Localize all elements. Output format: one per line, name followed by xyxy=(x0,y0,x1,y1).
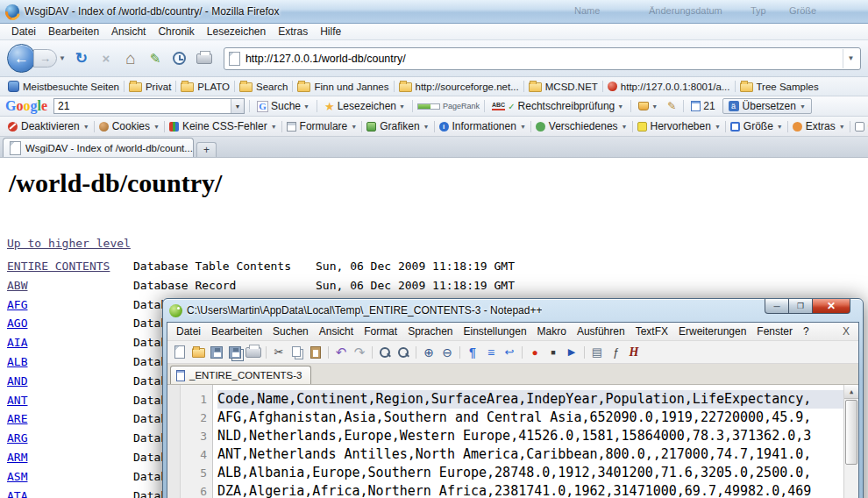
cut-icon[interactable]: ✂ xyxy=(271,345,287,360)
html-preview-icon[interactable]: H xyxy=(626,345,642,360)
editor-line[interactable]: Code,Name,Continent,Region,SurfaceArea,I… xyxy=(217,390,843,409)
npp-menu-bearbeiten[interactable]: Bearbeiten xyxy=(206,324,267,339)
webdev-informationen[interactable]: iInformationen▼ xyxy=(435,120,530,132)
npp-menu-makro[interactable]: Makro xyxy=(532,324,572,339)
google-bookmarks-button[interactable]: ★Lesezeichen▼ xyxy=(322,99,408,114)
back-button[interactable]: ← xyxy=(7,44,36,73)
word-wrap-icon[interactable]: ↩ xyxy=(502,345,517,360)
menu-extras[interactable]: Extras xyxy=(272,24,314,39)
redo-icon[interactable]: ↷ xyxy=(352,345,367,360)
menu-close-icon[interactable]: X xyxy=(837,325,855,338)
webdev-hervorheben[interactable]: Hervorheben▼ xyxy=(633,120,725,132)
bookmark-privat[interactable]: Privat xyxy=(125,77,175,96)
notebook-counter[interactable]: 21 xyxy=(688,99,717,113)
save-icon[interactable] xyxy=(209,345,224,360)
entry-link-ago[interactable]: AGO xyxy=(7,317,27,330)
bookmark-mcsd[interactable]: MCSD.NET xyxy=(524,77,602,96)
menu-hilfe[interactable]: Hilfe xyxy=(314,24,347,39)
url-dropdown-button[interactable]: ▼ xyxy=(843,49,858,68)
menu-datei[interactable]: Datei xyxy=(5,24,42,39)
editor-line[interactable]: NLD,Netherlands,Europe,Western Europe,41… xyxy=(217,427,843,445)
copy-icon[interactable] xyxy=(289,345,305,360)
spellcheck-button[interactable]: ABC✓Rechtschreibprüfung▼ xyxy=(489,99,626,113)
bookmark-plato[interactable]: PLATO xyxy=(176,77,234,96)
entry-link-afg[interactable]: AFG xyxy=(7,298,27,311)
pagerank-widget[interactable]: PageRank xyxy=(417,102,480,110)
entry-link-alb[interactable]: ALB xyxy=(7,355,27,368)
save-all-icon[interactable] xyxy=(227,345,243,360)
npp-menu-datei[interactable]: Datei xyxy=(171,324,206,339)
google-search-box[interactable]: ▼ xyxy=(53,98,245,114)
new-file-icon[interactable] xyxy=(172,345,188,360)
entry-link-ata[interactable]: ATA xyxy=(7,489,27,498)
undo-icon[interactable]: ↶ xyxy=(333,345,349,360)
url-input[interactable] xyxy=(245,53,843,65)
npp-menu-sprachen[interactable]: Sprachen xyxy=(402,324,458,339)
bookmark-localhost-8001[interactable]: http://127.0.0.1:8001/a... xyxy=(603,77,735,96)
indent-guide-icon[interactable]: ≡ xyxy=(483,345,499,360)
entry-link-asm[interactable]: ASM xyxy=(7,470,27,483)
entry-link-and[interactable]: AND xyxy=(7,374,27,388)
entry-link-abw[interactable]: ABW xyxy=(7,279,27,292)
zoom-out-icon[interactable]: ⊖ xyxy=(439,345,455,360)
menu-bearbeiten[interactable]: Bearbeiten xyxy=(42,24,105,39)
webdev-css[interactable]: Keine CSS-Fehler▼ xyxy=(165,120,281,132)
notepad-titlebar[interactable]: C:\Users\Martin\AppData\Local\Temp\_ENTI… xyxy=(167,299,859,322)
minimize-button[interactable]: ─ xyxy=(765,299,789,314)
webdev-deaktivieren[interactable]: Deaktivieren▼ xyxy=(4,120,94,132)
stop-macro-icon[interactable]: ■ xyxy=(545,345,561,360)
webdev-extras[interactable]: Extras▼ xyxy=(788,120,850,132)
bookmark-search[interactable]: Search xyxy=(235,77,292,96)
home-icon[interactable]: ⌂ xyxy=(120,48,141,69)
bookmark-most-visited[interactable]: Meistbesuchte Seiten xyxy=(4,77,124,96)
find-icon[interactable] xyxy=(377,345,393,360)
stop-icon[interactable]: × xyxy=(96,48,117,69)
history-clock-icon[interactable] xyxy=(169,48,190,69)
zoom-in-icon[interactable]: ⊕ xyxy=(421,345,437,360)
autofill-button[interactable]: ✎ xyxy=(665,99,679,113)
vertical-scrollbar[interactable]: ▲ xyxy=(843,385,858,498)
send-to-button[interactable]: ▼ xyxy=(636,101,660,111)
open-folder-icon[interactable] xyxy=(190,345,206,360)
webdev-formulare[interactable]: Formulare▼ xyxy=(282,120,362,132)
function-list-icon[interactable]: ƒ xyxy=(608,345,623,360)
tab-wsgidav[interactable]: WsgiDAV - Index of /world-db/count... xyxy=(3,138,194,157)
play-macro-icon[interactable]: ▶ xyxy=(564,345,580,360)
npp-menu-ansicht[interactable]: Ansicht xyxy=(314,324,359,339)
bookmark-tree-samples[interactable]: Tree Samples xyxy=(736,77,823,96)
doc-switch-icon[interactable]: ▤ xyxy=(589,345,605,360)
npp-menu-einstellungen[interactable]: Einstellungen xyxy=(459,324,532,339)
editor-line[interactable]: DZA,Algeria,Africa,Northern Africa,23817… xyxy=(217,482,843,498)
google-search-button[interactable]: GSuche▼ xyxy=(254,99,312,113)
paste-icon[interactable] xyxy=(308,345,324,360)
tab-entire-contents[interactable]: _ENTIRE_CONTENTS-3 xyxy=(170,366,311,384)
webdev-cookies[interactable]: Cookies▼ xyxy=(95,120,164,132)
firefox-titlebar[interactable]: WsgiDAV - Index of /world-db/country/ - … xyxy=(0,0,868,24)
npp-menu-textfx[interactable]: TextFX xyxy=(630,324,673,339)
npp-menu-help[interactable]: ? xyxy=(798,324,815,339)
menu-lesezeichen[interactable]: Lesezeichen xyxy=(201,24,272,39)
google-search-input[interactable] xyxy=(54,100,231,112)
new-tab-button[interactable]: + xyxy=(196,142,217,157)
text-editor[interactable]: Code,Name,Continent,Region,SurfaceArea,I… xyxy=(213,385,843,498)
menu-ansicht[interactable]: Ansicht xyxy=(105,24,152,39)
up-to-higher-level-link[interactable]: Up to higher level xyxy=(7,237,131,250)
record-macro-icon[interactable]: ● xyxy=(527,345,543,360)
entry-link-arg[interactable]: ARG xyxy=(7,431,27,445)
forward-button[interactable]: → xyxy=(33,49,57,68)
entry-link-aia[interactable]: AIA xyxy=(7,336,27,349)
webdev-grafiken[interactable]: Grafiken▼ xyxy=(362,120,433,132)
print-button[interactable] xyxy=(194,48,215,69)
entry-link-entire-contents[interactable]: ENTIRE CONTENTS xyxy=(7,260,110,273)
print-icon[interactable] xyxy=(245,345,261,360)
replace-icon[interactable] xyxy=(395,345,411,360)
editor-line[interactable]: ANT,Netherlands Antilles,North America,C… xyxy=(217,445,843,464)
bookmark-finn-und-jannes[interactable]: Finn und Jannes xyxy=(293,77,393,96)
entry-link-ant[interactable]: ANT xyxy=(7,394,27,407)
site-favicon[interactable] xyxy=(229,52,240,66)
translate-button[interactable]: äÜbersetzen▼ xyxy=(722,98,812,114)
maximize-button[interactable]: ❐ xyxy=(789,299,813,314)
edit-pencil-icon[interactable]: ✎ xyxy=(145,48,166,69)
editor-line[interactable]: AFG,Afghanistan,Asia,Southern and Centra… xyxy=(217,409,843,427)
webdev-verschiedenes[interactable]: Verschiedenes▼ xyxy=(531,120,632,132)
